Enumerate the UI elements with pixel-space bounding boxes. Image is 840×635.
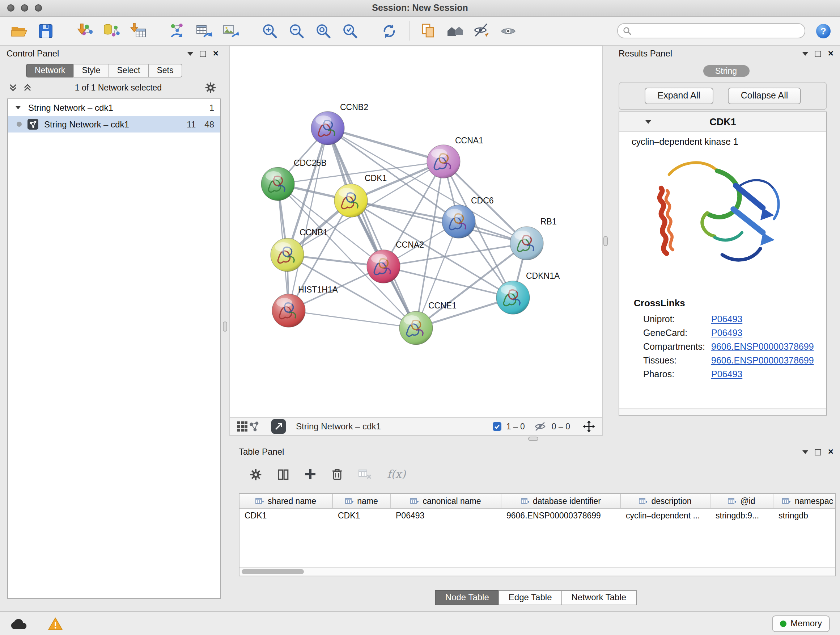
collection-disclosure-icon[interactable] — [15, 106, 21, 109]
network-collection-row[interactable]: String Network – cdk1 1 — [8, 99, 220, 116]
import-network-icon[interactable] — [74, 21, 95, 41]
table-gear-icon[interactable] — [249, 468, 262, 480]
cell[interactable]: CDK1 — [240, 509, 333, 524]
column-header-database-identifier[interactable]: database identifier — [501, 494, 621, 508]
string-tab-badge[interactable]: String — [703, 65, 749, 77]
table-close-icon[interactable]: × — [828, 448, 834, 455]
zoom-out-icon[interactable] — [286, 21, 307, 41]
table-row[interactable]: CDK1CDK1P064939606.ENSP00000378699cyclin… — [240, 509, 835, 524]
results-close-icon[interactable]: × — [828, 50, 834, 57]
open-external-button[interactable] — [271, 419, 286, 434]
network-node-CCNA2[interactable] — [367, 250, 400, 283]
tab-sets[interactable]: Sets — [148, 64, 182, 78]
close-window-button[interactable] — [7, 4, 14, 11]
cell[interactable]: CDK1 — [333, 509, 391, 524]
network-options-gear-icon[interactable] — [205, 82, 216, 93]
cell[interactable]: stringdb:9... — [711, 509, 774, 524]
save-session-icon[interactable] — [35, 21, 56, 41]
import-table-icon[interactable] — [128, 21, 148, 41]
column-header-namespac[interactable]: namespac — [774, 494, 836, 508]
export-image-icon[interactable] — [221, 21, 241, 41]
column-header-shared-name[interactable]: shared name — [240, 494, 333, 508]
crosslink-value[interactable]: P06493 — [711, 314, 742, 324]
zoom-in-icon[interactable] — [260, 21, 280, 41]
results-float-icon[interactable] — [815, 50, 821, 57]
cell[interactable]: cyclin–dependent ... — [621, 509, 711, 524]
column-header-description[interactable]: description — [621, 494, 711, 508]
entry-disclosure-icon[interactable] — [645, 120, 651, 124]
warning-status-icon[interactable] — [48, 616, 63, 630]
zoom-window-button[interactable] — [35, 4, 42, 11]
column-header-canonical-name[interactable]: canonical name — [391, 494, 501, 508]
network-edge[interactable] — [289, 128, 328, 310]
network-node-CDK1[interactable] — [334, 184, 368, 217]
tab-node-table[interactable]: Node Table — [435, 590, 499, 605]
zoom-fit-icon[interactable] — [313, 21, 333, 41]
panel-menu-icon[interactable] — [188, 52, 194, 55]
crosslink-value[interactable]: P06493 — [711, 328, 742, 338]
panel-close-icon[interactable]: × — [213, 50, 218, 57]
grid-view-icon[interactable] — [237, 421, 248, 432]
memory-button[interactable]: Memory — [772, 615, 830, 632]
expand-all-icon[interactable] — [23, 83, 32, 92]
collapse-all-button[interactable]: Collapse All — [728, 88, 801, 104]
network-share-icon[interactable] — [248, 421, 260, 432]
search-box[interactable] — [617, 23, 805, 38]
delete-column-trash-icon[interactable] — [332, 468, 343, 481]
tab-edge-table[interactable]: Edge Table — [499, 590, 562, 605]
pan-move-icon[interactable] — [583, 420, 595, 433]
cell[interactable]: P06493 — [391, 509, 501, 524]
tab-network[interactable]: Network — [26, 64, 74, 78]
network-edge[interactable] — [328, 128, 444, 162]
crosslink-value[interactable]: 9606.ENSP00000378699 — [711, 341, 814, 352]
network-node-CDKN1A[interactable] — [496, 281, 530, 314]
tab-select[interactable]: Select — [109, 64, 149, 78]
home-layout-icon[interactable] — [445, 21, 465, 41]
search-input[interactable] — [635, 26, 799, 36]
clone-network-icon[interactable] — [167, 21, 187, 41]
network-edge[interactable] — [289, 310, 416, 328]
right-splitter-handle[interactable] — [603, 236, 608, 246]
annotation-icon[interactable] — [418, 21, 439, 41]
left-splitter-handle[interactable] — [223, 321, 227, 332]
collapse-all-icon[interactable] — [9, 83, 17, 92]
minimize-window-button[interactable] — [21, 4, 28, 11]
help-button[interactable]: ? — [815, 23, 831, 39]
network-node-CCNB1[interactable] — [271, 238, 304, 272]
hide-annotations-icon[interactable] — [472, 21, 492, 41]
entry-scrollbar[interactable] — [619, 409, 826, 415]
crosslink-value[interactable]: 9606.ENSP00000378699 — [711, 355, 814, 365]
tab-network-table[interactable]: Network Table — [561, 590, 637, 605]
clone-table-icon[interactable] — [194, 21, 214, 41]
column-header-name[interactable]: name — [333, 494, 391, 508]
network-node-CCNE1[interactable] — [399, 311, 433, 345]
network-row[interactable]: String Network – cdk1 11 48 — [8, 116, 220, 133]
hidden-eye-slash-icon[interactable] — [534, 421, 546, 432]
network-canvas[interactable]: CCNB2CCNA1CDC25BCDK1CDC6RB1CCNB1CCNA2CDK… — [230, 46, 602, 417]
cell[interactable]: 9606.ENSP00000378699 — [501, 509, 621, 524]
cell[interactable]: stringdb — [774, 509, 836, 524]
add-column-icon[interactable] — [305, 469, 316, 480]
show-hide-icon[interactable] — [499, 21, 519, 41]
zoom-selected-icon[interactable] — [340, 21, 360, 41]
expand-all-button[interactable]: Expand All — [645, 88, 714, 104]
table-menu-icon[interactable] — [803, 450, 808, 454]
network-node-HIST1H1A[interactable] — [272, 294, 305, 327]
network-node-CCNA1[interactable] — [427, 145, 460, 178]
import-network-database-icon[interactable] — [101, 21, 122, 41]
table-horizontal-scrollbar[interactable] — [240, 567, 835, 576]
refresh-icon[interactable] — [379, 21, 399, 41]
cloud-status-icon[interactable] — [10, 617, 27, 630]
show-columns-icon[interactable] — [277, 468, 289, 480]
column-header--id[interactable]: @id — [711, 494, 774, 508]
selected-checkbox-icon[interactable] — [493, 422, 501, 431]
network-node-CDC6[interactable] — [442, 205, 475, 238]
network-node-CDC25B[interactable] — [261, 167, 294, 201]
network-edge[interactable] — [328, 128, 416, 328]
panel-float-icon[interactable] — [200, 50, 207, 57]
crosslink-value[interactable]: P06493 — [711, 369, 742, 379]
network-node-RB1[interactable] — [510, 226, 543, 260]
scrollbar-thumb[interactable] — [242, 569, 304, 574]
network-node-CCNB2[interactable] — [311, 111, 344, 145]
results-menu-icon[interactable] — [803, 52, 808, 55]
